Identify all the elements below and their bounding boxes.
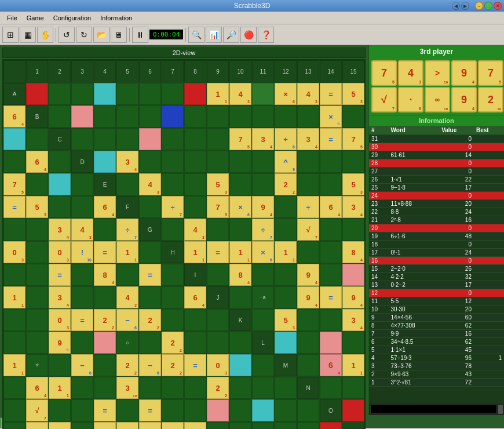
cell-I4[interactable] [275,264,297,286]
cell-H1[interactable]: 11 [184,241,206,263]
cell-B2[interactable] [71,106,93,128]
cell-E14[interactable] [49,196,71,218]
cell-M5[interactable]: 64 [26,377,48,399]
cell-M12[interactable] [184,377,206,399]
cell-N4[interactable]: √7 [26,399,48,421]
cell-L13[interactable]: = [184,354,206,376]
cell-D7[interactable] [229,151,251,173]
cell-E16[interactable]: 64 [94,196,116,218]
cell-I1[interactable] [207,264,229,286]
cell-F8[interactable]: ÷ [297,196,319,218]
tb-undo-btn[interactable]: ↺ [59,27,75,43]
cell-L6[interactable]: ☆ [26,354,48,376]
cell-E11[interactable]: 53 [342,173,364,195]
cell-K8[interactable]: 9☆ [49,332,71,354]
tile-7[interactable]: ∞10 [425,87,450,112]
cell-D9[interactable]: ^9 [275,151,297,173]
cell-A12[interactable]: ×6 [275,83,297,105]
cell-N6[interactable] [71,399,93,421]
cell-L10[interactable]: 22 [116,354,138,376]
cell-H4[interactable]: ×6 [252,241,274,263]
cell-M6[interactable]: 11 [49,377,71,399]
cell-D12[interactable] [342,151,364,173]
cell-C14[interactable] [3,151,25,173]
cell-N8[interactable] [116,399,138,421]
cell-G16[interactable] [139,241,161,263]
tile-4[interactable]: 75 [478,60,503,86]
cell-A14[interactable]: = [320,83,342,105]
cell-M13[interactable]: 22 [207,377,229,399]
cell-L14[interactable]: 03 [207,354,229,376]
cell-I6[interactable] [320,264,342,286]
cell-J12[interactable]: −6 [116,309,138,331]
cell-L2[interactable] [297,332,319,354]
cell-B7[interactable] [184,106,206,128]
cell-F12[interactable] [26,219,48,241]
tile-1[interactable]: 43 [398,60,423,86]
cell-G14[interactable]: = [94,241,116,263]
cell-E13[interactable]: 53 [26,196,48,218]
cell-N12[interactable] [207,399,229,421]
cell-E5[interactable]: 53 [207,173,229,195]
cell-O10[interactable]: 84 [184,422,206,429]
tb-open-btn[interactable]: 📂 [93,27,109,43]
cell-K2[interactable]: 53 [275,309,297,331]
cell-O12[interactable] [229,422,251,429]
cell-K15[interactable] [207,332,229,354]
cell-H6[interactable] [297,241,319,263]
cell-L7[interactable] [49,354,71,376]
cell-I11[interactable] [71,286,93,308]
cell-C11[interactable]: 34 [297,128,319,150]
cell-B3[interactable] [94,106,116,128]
tile-0[interactable]: 75 [371,60,397,86]
cell-C3[interactable] [116,128,138,150]
cell-K12[interactable] [139,332,161,354]
cell-K14[interactable] [184,332,206,354]
cell-B14[interactable] [342,106,364,128]
cell-G4[interactable] [229,219,251,241]
cell-G7[interactable]: √7 [297,219,319,241]
cell-J1[interactable] [229,286,251,308]
cell-G11[interactable] [26,241,48,263]
cell-L11[interactable]: −6 [139,354,161,376]
cell-A2[interactable] [49,83,71,105]
cell-E2[interactable]: 43 [139,173,161,195]
tb-hand-btn[interactable]: ✋ [37,27,53,43]
cell-M3[interactable]: 11 [342,354,364,376]
cell-I2[interactable]: 84 [229,264,251,286]
cell-K4[interactable] [320,309,342,331]
tb-stop-btn[interactable]: 🔴 [240,27,257,43]
cell-N2[interactable] [342,377,364,399]
cell-M1[interactable] [297,354,319,376]
cell-B6[interactable] [162,106,184,128]
cell-N9[interactable]: = [139,399,161,421]
cell-O5[interactable] [71,422,93,429]
menu-information[interactable]: Information [96,13,137,23]
cell-I10[interactable]: 34 [49,286,71,308]
tile-9[interactable]: 210 [478,87,503,112]
cell-M7[interactable] [71,377,93,399]
cell-C6[interactable] [184,128,206,150]
cell-J16[interactable] [207,309,229,331]
cell-C1[interactable] [71,128,93,150]
cell-C9[interactable]: 34 [252,128,274,150]
cell-O9[interactable]: 84 [162,422,184,429]
scroll-right-btn[interactable]: ▶ [461,2,469,10]
cell-L8[interactable]: −6 [71,354,93,376]
cell-N10[interactable] [162,399,184,421]
cell-O4[interactable]: 11 [49,422,71,429]
cell-D3[interactable] [139,151,161,173]
cell-G8[interactable] [320,219,342,241]
cell-H11[interactable]: = [49,264,71,286]
close-btn[interactable]: ✕ [494,2,502,10]
cell-H10[interactable] [26,264,48,286]
cell-D8[interactable] [252,151,274,173]
cell-I3[interactable] [252,264,274,286]
tb-grid-btn[interactable]: ▦ [20,27,36,43]
cell-N14[interactable] [252,399,274,421]
cell-A13[interactable]: 43 [297,83,319,105]
cell-I5[interactable]: 94 [297,264,319,286]
cell-M4[interactable] [3,377,25,399]
cell-K3[interactable] [297,309,319,331]
cell-O2[interactable] [3,422,25,429]
